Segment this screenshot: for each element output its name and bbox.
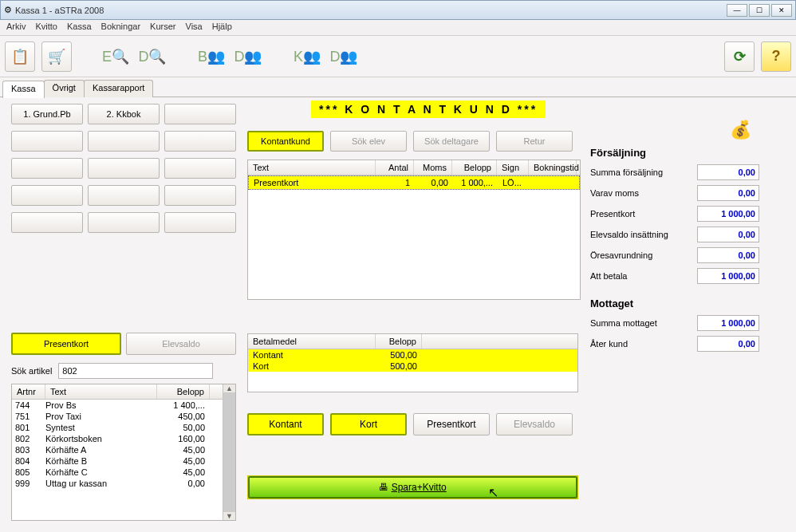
menu-kvitto[interactable]: Kvitto — [35, 22, 57, 33]
kort-button[interactable]: Kort — [330, 413, 407, 435]
speed-btn-empty[interactable] — [164, 158, 236, 179]
article-row[interactable]: 801Syntest50,00 — [12, 422, 223, 433]
sokelev-button[interactable]: Sök elev — [330, 131, 407, 152]
tab-kassarapport[interactable]: Kassarapport — [84, 80, 153, 97]
sum-value: 1 000,00 — [697, 315, 759, 331]
spara-kvitto-button[interactable]: 🖶 Spara+Kvitto — [248, 476, 577, 499]
tool-dd-icon[interactable]: D👥 — [329, 41, 359, 72]
speed-btn-empty[interactable] — [88, 212, 160, 233]
window-title: Kassa 1 - aSTRa 2008 — [15, 6, 104, 15]
payment-row[interactable]: Kontant500,00 — [248, 349, 577, 361]
sum-label: Att betala — [590, 271, 697, 281]
elevsaldo-pay-button[interactable]: Elevsaldo — [496, 413, 573, 435]
sum-label: Varav moms — [590, 188, 697, 198]
tool-cart-icon[interactable]: 🛒 — [41, 41, 72, 72]
maximize-button[interactable]: ☐ — [749, 4, 770, 17]
speed-btn-kkbok[interactable]: 2. Kkbok — [88, 104, 160, 124]
speed-btn-empty[interactable] — [11, 131, 83, 152]
save-button-label: Spara+Kvitto — [392, 482, 447, 493]
presentkort-button[interactable]: Presentkort — [11, 333, 121, 355]
sum-value: 1 000,00 — [697, 206, 759, 222]
tabstrip: Kassa Övrigt Kassarapport — [2, 80, 796, 97]
cart-hd-belopp: Belopp — [452, 160, 497, 175]
retur-button[interactable]: Retur — [496, 131, 573, 152]
sum-label: Öresavrundning — [590, 250, 697, 260]
speed-btn-empty[interactable] — [11, 158, 83, 179]
pay-hd-belopp: Belopp — [376, 334, 422, 349]
sum-label: Presentkort — [590, 209, 697, 219]
speed-btn-empty[interactable] — [164, 212, 236, 233]
art-hd-belopp: Belopp — [157, 384, 210, 399]
article-row[interactable]: 751Prov Taxi450,00 — [12, 411, 223, 422]
sok-artikel-label: Sök artikel — [11, 366, 52, 376]
cart-hd-sign: Sign — [497, 160, 529, 175]
cart-hd-antal: Antal — [376, 160, 414, 175]
speed-btn-empty[interactable] — [164, 185, 236, 206]
tab-ovrigt[interactable]: Övrigt — [44, 80, 85, 97]
titlebar: ⚙ Kassa 1 - aSTRa 2008 — ☐ ✕ — [0, 0, 796, 20]
tool-kd-icon[interactable]: K👥 — [292, 41, 322, 72]
tool-receipt-icon[interactable]: 📋 — [5, 41, 35, 72]
tab-kassa[interactable]: Kassa — [2, 81, 45, 98]
tool-help-icon[interactable]: ? — [761, 41, 791, 72]
toolbar: 📋 🛒 E🔍 D🔍 B👥 D👥 K👥 D👥 ⟳ ? — [0, 36, 796, 77]
app-icon: ⚙ — [4, 5, 12, 15]
cart-hd-bokningstid: Bokningstid — [529, 160, 577, 175]
menu-kassa[interactable]: Kassa — [67, 22, 92, 33]
menu-hjalp[interactable]: Hjälp — [212, 22, 232, 33]
menubar: Arkiv Kvitto Kassa Bokningar Kurser Visa… — [0, 20, 796, 36]
sum-value: 1 000,00 — [697, 268, 759, 284]
menu-arkiv[interactable]: Arkiv — [6, 22, 26, 33]
tool-be-icon[interactable]: B👥 — [196, 41, 227, 72]
menu-kurser[interactable]: Kurser — [150, 22, 175, 33]
art-hd-text: Text — [45, 384, 157, 399]
sokdeltagare-button[interactable]: Sök deltagare — [413, 131, 490, 152]
minimize-button[interactable]: — — [727, 4, 747, 17]
sum-value: 0,00 — [697, 336, 759, 352]
tool-e-icon[interactable]: E🔍 — [100, 41, 131, 72]
article-row[interactable]: 804Körhäfte B45,00 — [12, 455, 223, 467]
speed-btn-empty[interactable] — [164, 131, 236, 152]
art-hd-artnr: Artnr — [12, 384, 45, 399]
cart-row[interactable]: Presentkort 1 0,00 1 000,... LÖ... — [248, 175, 580, 190]
speed-btn-empty[interactable] — [11, 185, 83, 206]
sum-value: 0,00 — [697, 164, 759, 180]
tool-de-icon[interactable]: D👥 — [233, 41, 263, 72]
sum-value: 0,00 — [697, 247, 759, 263]
printer-icon: 🖶 — [379, 482, 388, 493]
kontantkund-banner: *** K O N T A N T K U N D *** — [311, 100, 546, 118]
cart-hd-text: Text — [248, 160, 376, 175]
payment-grid[interactable]: Betalmedel Belopp Kontant500,00Kort500,0… — [247, 333, 578, 392]
speed-btn-empty[interactable] — [88, 158, 160, 179]
article-list[interactable]: Artnr Text Belopp 744Prov Bs1 400,...751… — [11, 384, 236, 521]
elevsaldo-button[interactable]: Elevsaldo — [126, 333, 236, 355]
kontantkund-button[interactable]: Kontantkund — [247, 131, 324, 152]
pay-hd-medel: Betalmedel — [248, 334, 376, 349]
tool-refresh-icon[interactable]: ⟳ — [724, 41, 755, 72]
speed-btn-empty[interactable] — [88, 185, 160, 206]
payment-row[interactable]: Kort500,00 — [248, 361, 577, 372]
article-row[interactable]: 802Körkortsboken160,00 — [12, 433, 223, 444]
menu-bokningar[interactable]: Bokningar — [101, 22, 141, 33]
kontant-button[interactable]: Kontant — [247, 413, 324, 435]
speed-btn-empty[interactable] — [164, 104, 236, 124]
scrollbar[interactable]: ▲▼ — [223, 384, 235, 520]
sum-label: Summa försäljning — [590, 167, 697, 177]
article-row[interactable]: 744Prov Bs1 400,... — [12, 400, 223, 411]
received-title: Mottaget — [590, 298, 783, 309]
speed-btn-empty[interactable] — [11, 212, 83, 233]
menu-visa[interactable]: Visa — [186, 22, 203, 33]
sum-label: Elevsaldo insättning — [590, 230, 697, 239]
sum-value: 0,00 — [697, 185, 759, 201]
article-row[interactable]: 803Körhäfte A45,00 — [12, 444, 223, 455]
presentkort-pay-button[interactable]: Presentkort — [413, 413, 490, 435]
cart-hd-moms: Moms — [414, 160, 452, 175]
tool-d-icon[interactable]: D🔍 — [137, 41, 167, 72]
speed-btn-grundpb[interactable]: 1. Grund.Pb — [11, 104, 83, 124]
close-button[interactable]: ✕ — [771, 4, 792, 17]
article-row[interactable]: 999Uttag ur kassan0,00 — [12, 478, 223, 489]
sok-artikel-input[interactable] — [58, 363, 213, 379]
article-row[interactable]: 805Körhäfte C45,00 — [12, 467, 223, 478]
speed-btn-empty[interactable] — [88, 131, 160, 152]
cart-grid[interactable]: Text Antal Moms Belopp Sign Bokningstid … — [247, 160, 581, 300]
